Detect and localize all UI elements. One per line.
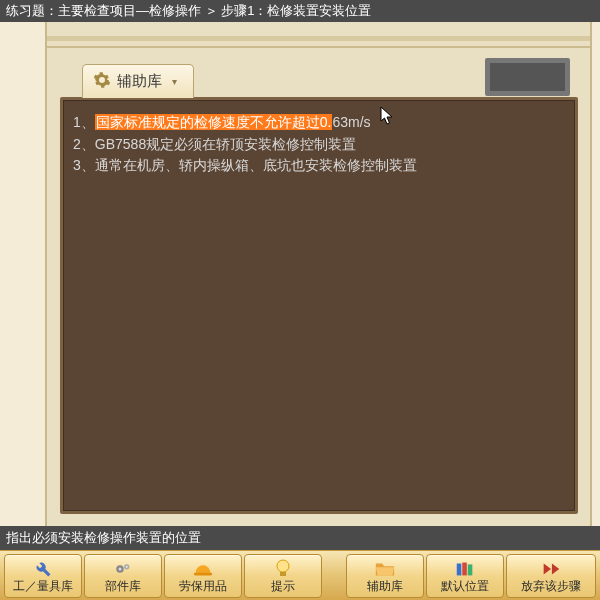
toolbar: 工／量具库 部件库 劳保用品 提示 辅助库 默认位置 放弃该步骤 — [0, 550, 600, 600]
tool-library-button[interactable]: 工／量具库 — [4, 554, 82, 598]
assist-library-button[interactable]: 辅助库 — [346, 554, 424, 598]
chevron-down-icon: ▾ — [172, 76, 177, 87]
tab-label: 辅助库 — [117, 72, 162, 91]
svg-rect-6 — [280, 572, 286, 576]
skip-icon — [540, 559, 562, 579]
panel-line-2[interactable]: 2、GB7588规定必须在轿顶安装检修控制装置 — [73, 134, 565, 156]
svg-point-5 — [277, 560, 289, 572]
gear-icon — [93, 71, 111, 92]
tab-assist-library[interactable]: 辅助库 ▾ — [82, 64, 194, 98]
panel-line-1[interactable]: 1、国家标准规定的检修速度不允许超过0.63m/s — [73, 112, 565, 134]
stage: 辅助库 ▾ 1、国家标准规定的检修速度不允许超过0.63m/s 2、GB7588… — [0, 22, 600, 526]
lightbulb-icon — [274, 559, 292, 579]
instruction-bar: 指出必须安装检修操作装置的位置 — [0, 526, 600, 550]
instruction-text: 指出必须安装检修操作装置的位置 — [6, 529, 201, 547]
parts-library-button[interactable]: 部件库 — [84, 554, 162, 598]
svg-rect-8 — [462, 563, 467, 576]
svg-point-1 — [119, 568, 122, 571]
svg-rect-7 — [457, 564, 462, 576]
monitor-prop — [485, 58, 570, 96]
assist-panel: 1、国家标准规定的检修速度不允许超过0.63m/s 2、GB7588规定必须在轿… — [60, 97, 578, 514]
wrench-icon — [32, 559, 54, 579]
books-icon — [454, 559, 476, 579]
abandon-step-button[interactable]: 放弃该步骤 — [506, 554, 596, 598]
breadcrumb-bar: 练习题：主要检查项目—检修操作 ＞ 步骤1：检修装置安装位置 — [0, 0, 600, 22]
default-position-button[interactable]: 默认位置 — [426, 554, 504, 598]
svg-point-3 — [126, 566, 128, 568]
svg-rect-9 — [468, 564, 473, 575]
hint-button[interactable]: 提示 — [244, 554, 322, 598]
safety-supplies-button[interactable]: 劳保用品 — [164, 554, 242, 598]
highlighted-text: 国家标准规定的检修速度不允许超过0. — [95, 114, 333, 130]
breadcrumb-text: 练习题：主要检查项目—检修操作 ＞ 步骤1：检修装置安装位置 — [6, 2, 371, 20]
svg-rect-4 — [194, 573, 212, 576]
helmet-icon — [192, 559, 214, 579]
folder-icon — [374, 559, 396, 579]
panel-line-3[interactable]: 3、通常在机房、轿内操纵箱、底坑也安装检修控制装置 — [73, 155, 565, 177]
gears-icon — [112, 559, 134, 579]
